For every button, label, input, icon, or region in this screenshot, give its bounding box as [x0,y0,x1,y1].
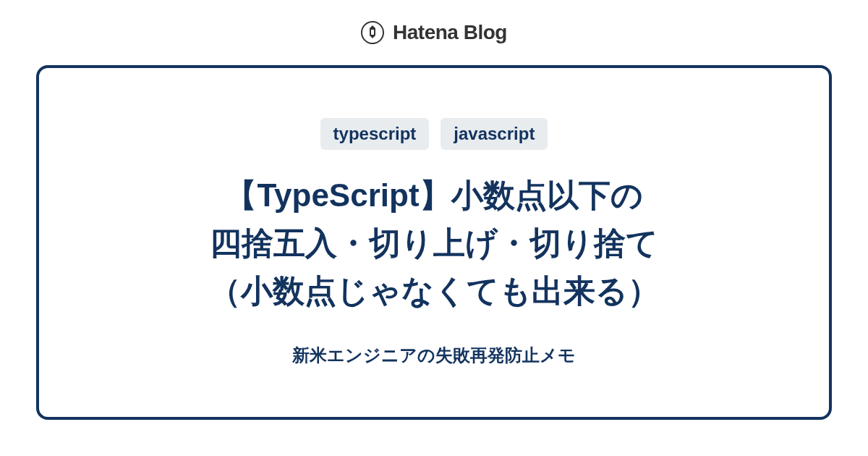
article-title: 【TypeScript】小数点以下の 四捨五入・切り上げ・切り捨て （小数点じゃ… [209,172,660,315]
tag[interactable]: typescript [320,118,430,150]
title-line: 【TypeScript】小数点以下の [209,172,660,219]
title-line: （小数点じゃなくても出来る） [209,267,660,315]
hatena-logo-icon [361,21,384,44]
brand-name: Hatena Blog [393,21,507,44]
tag-list: typescript javascript [320,118,548,150]
blog-name: 新米エンジニアの失敗再発防止メモ [292,344,576,367]
article-card: typescript javascript 【TypeScript】小数点以下の… [36,65,832,420]
title-line: 四捨五入・切り上げ・切り捨て [209,219,660,267]
brand-header: Hatena Blog [0,0,868,65]
tag[interactable]: javascript [441,118,548,150]
